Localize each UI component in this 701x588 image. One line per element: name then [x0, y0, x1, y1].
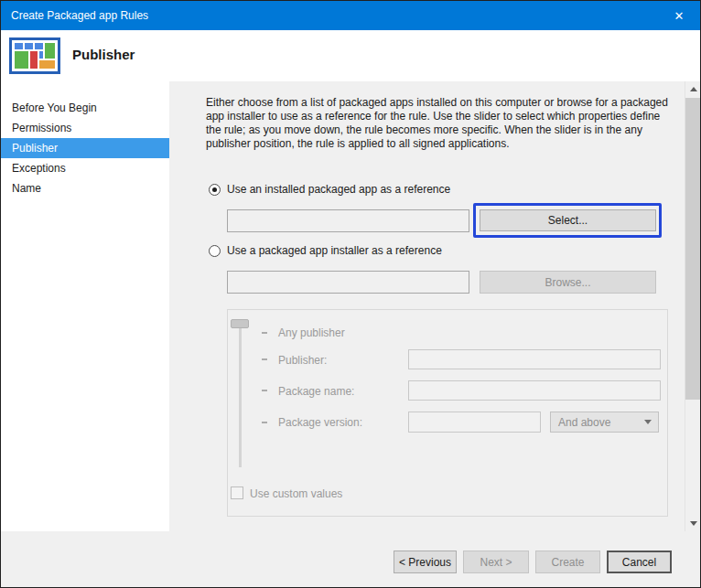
close-button[interactable]: ✕	[658, 1, 700, 30]
sidebar-item-before-you-begin[interactable]: Before You Begin	[1, 98, 169, 118]
title-bar: Create Packaged app Rules ✕	[1, 1, 700, 30]
installer-path-field	[227, 271, 469, 294]
sidebar: Before You Begin Permissions Publisher E…	[1, 81, 169, 531]
browse-button: Browse...	[480, 271, 656, 294]
cancel-button[interactable]: Cancel	[607, 551, 672, 573]
slider-tick	[262, 358, 267, 360]
packaged-app-icon	[9, 37, 60, 77]
sidebar-item-exceptions[interactable]: Exceptions	[1, 158, 169, 178]
scrollbar-thumb[interactable]	[685, 98, 701, 400]
scrollbar-down-button[interactable]	[685, 516, 701, 531]
description-text: Either choose from a list of packaged ap…	[206, 96, 671, 151]
any-publisher-label: Any publisher	[278, 326, 345, 339]
radio-selected-icon	[209, 184, 221, 196]
vertical-scrollbar[interactable]	[685, 81, 700, 531]
triangle-down-icon	[690, 521, 697, 526]
header: Publisher	[1, 30, 700, 81]
publisher-slider-thumb	[231, 319, 249, 328]
version-scope-value: And above	[558, 416, 610, 429]
close-icon: ✕	[674, 9, 685, 23]
previous-button[interactable]: < Previous	[394, 551, 457, 573]
package-version-label: Package version:	[278, 416, 362, 429]
next-button: Next >	[463, 551, 529, 573]
page-title: Publisher	[72, 47, 135, 62]
create-packaged-app-rules-dialog: Create Packaged app Rules ✕ Publisher Be…	[0, 0, 701, 588]
publisher-label: Publisher:	[278, 354, 327, 367]
window-title: Create Packaged app Rules	[1, 9, 658, 22]
chevron-down-icon	[644, 420, 652, 424]
sidebar-item-name[interactable]: Name	[1, 178, 169, 198]
sidebar-item-publisher[interactable]: Publisher	[1, 138, 169, 158]
version-scope-dropdown: And above	[550, 412, 659, 433]
triangle-up-icon	[690, 87, 697, 91]
use-custom-values-checkbox	[231, 486, 243, 499]
package-version-field	[408, 412, 541, 433]
select-button[interactable]: Select...	[480, 209, 656, 231]
installed-app-field[interactable]	[227, 209, 469, 232]
package-name-label: Package name:	[278, 385, 354, 398]
radio-unselected-icon	[209, 245, 221, 257]
scrollbar-up-button[interactable]	[685, 81, 701, 97]
sidebar-item-permissions[interactable]: Permissions	[1, 118, 169, 138]
use-custom-values-label: Use custom values	[250, 487, 342, 500]
slider-tick	[262, 390, 267, 391]
publisher-slider-track	[239, 323, 242, 467]
slider-tick	[262, 422, 267, 423]
radio-use-installer-label: Use a packaged app installer as a refere…	[227, 244, 442, 257]
create-button: Create	[535, 551, 600, 573]
package-name-field	[408, 380, 661, 401]
radio-use-installer[interactable]: Use a packaged app installer as a refere…	[209, 244, 442, 257]
radio-use-installed-app-label: Use an installed packaged app as a refer…	[227, 183, 450, 196]
radio-use-installed-app[interactable]: Use an installed packaged app as a refer…	[209, 183, 450, 196]
publisher-field	[408, 349, 661, 369]
slider-tick	[262, 332, 267, 334]
